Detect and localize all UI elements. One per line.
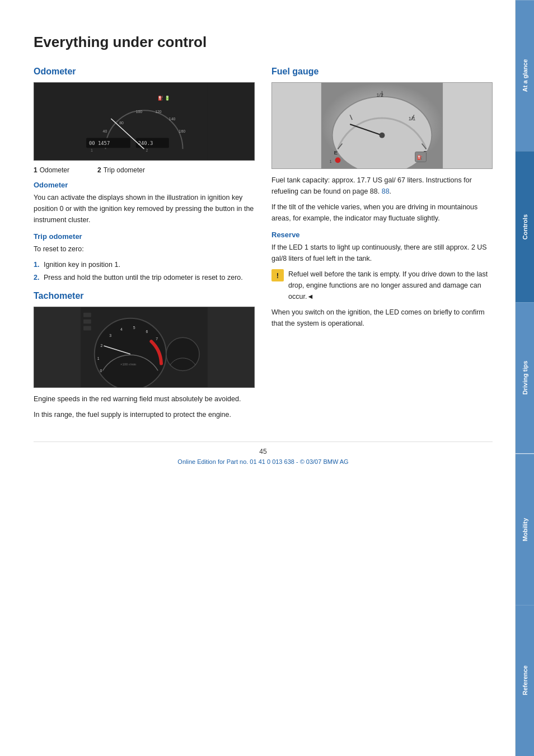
svg-text:2: 2 — [146, 148, 148, 152]
svg-text:1/1: 1/1 — [409, 116, 415, 121]
odometer-labels: 1 Odometer 2 Trip odometer — [34, 166, 255, 174]
warning-note: ! Refuel well before the tank is empty. … — [271, 269, 493, 302]
svg-text:00 1457: 00 1457 — [89, 140, 110, 146]
tab-at-a-glance[interactable]: At a glance — [516, 0, 534, 151]
svg-text:5: 5 — [133, 326, 135, 330]
odometer-image: 60 80 100 120 140 160 40 20 00 1457 — [34, 82, 255, 161]
svg-text:1: 1 — [91, 148, 93, 152]
tachometer-body2: In this range, the fuel supply is interr… — [34, 409, 255, 420]
svg-point-46 — [380, 133, 385, 138]
svg-text:160: 160 — [179, 129, 186, 133]
trip-odometer-intro: To reset to zero: — [34, 243, 255, 255]
svg-text:40: 40 — [103, 129, 107, 133]
odometer-section: Odometer 60 80 — [34, 67, 255, 283]
trip-odometer-steps: 1. Ignition key in position 1. 2. Press … — [34, 259, 255, 283]
label-2-text: Trip odometer — [104, 166, 145, 174]
fuel-gauge-image: E F 1/2 1/1 ⛽ — [271, 82, 493, 169]
odometer-sub-body: You can activate the displays shown in t… — [34, 192, 255, 226]
svg-text:4: 4 — [120, 327, 123, 331]
svg-text:E: E — [334, 149, 338, 156]
warning-text: Refuel well before the tank is empty. If… — [288, 269, 493, 302]
svg-rect-28 — [83, 313, 91, 317]
svg-rect-29 — [83, 320, 91, 324]
step-2: 2. Press and hold the button until the t… — [34, 272, 255, 283]
odometer-section-title: Odometer — [34, 67, 255, 77]
tachometer-image: 0 1 2 3 4 5 6 7 — [34, 307, 255, 388]
step-1: 1. Ignition key in position 1. — [34, 259, 255, 270]
fuel-body2: If the tilt of the vehicle varies, when … — [271, 201, 493, 224]
svg-text:1/2: 1/2 — [377, 92, 383, 98]
tab-mobility[interactable]: Mobility — [516, 454, 534, 605]
trip-odometer-title: Trip odometer — [34, 232, 255, 241]
svg-text:140: 140 — [169, 117, 176, 121]
svg-text:100: 100 — [136, 110, 143, 114]
svg-text:⛽ 🔋: ⛽ 🔋 — [158, 95, 170, 101]
label-1-num: 1 — [34, 166, 38, 174]
svg-text:3: 3 — [109, 334, 111, 337]
fuel-body1: Fuel tank capacity: approx. 17.7 US gal/… — [271, 175, 493, 197]
page-footer: 45 Online Edition for Part no. 01 41 0 0… — [34, 442, 493, 465]
svg-point-31 — [166, 337, 199, 370]
tachometer-section: Tachometer 0 1 2 3 — [34, 291, 255, 420]
svg-text:7: 7 — [156, 337, 158, 341]
fuel-gauge-section: Fuel gauge — [271, 67, 493, 329]
svg-text:×100 r/min: ×100 r/min — [120, 363, 136, 366]
svg-text:80: 80 — [119, 121, 124, 125]
page-title: Everything under control — [34, 34, 493, 51]
tab-reference[interactable]: Reference — [516, 605, 534, 756]
tab-driving-tips[interactable]: Driving tips — [516, 302, 534, 453]
svg-rect-30 — [83, 326, 91, 331]
label-2-num: 2 — [97, 166, 101, 174]
label-1-text: Odometer — [40, 166, 69, 174]
svg-text:120: 120 — [155, 110, 162, 114]
fuel-gauge-section-title: Fuel gauge — [271, 67, 493, 77]
svg-text:0: 0 — [100, 369, 102, 373]
svg-text:6: 6 — [146, 330, 148, 334]
reserve-title: Reserve — [271, 231, 493, 239]
reserve-body2: When you switch on the ignition, the LED… — [271, 307, 493, 329]
footer-text: Online Edition for Part no. 01 41 0 013 … — [34, 458, 493, 465]
svg-text:1: 1 — [330, 159, 332, 163]
tachometer-body1: Engine speeds in the red warning field m… — [34, 393, 255, 405]
svg-text:1: 1 — [97, 356, 100, 360]
page-number: 45 — [34, 448, 493, 456]
svg-text:2: 2 — [101, 344, 103, 348]
reserve-body: If the LED 1 starts to light up continuo… — [271, 242, 493, 264]
right-tabs: At a glance Controls Driving tips Mobili… — [515, 0, 534, 756]
svg-text:⛽: ⛽ — [417, 154, 423, 160]
fuel-page-link[interactable]: 88 — [382, 187, 390, 195]
tachometer-section-title: Tachometer — [34, 291, 255, 301]
odometer-sub-title: Odometer — [34, 181, 255, 189]
tab-controls[interactable]: Controls — [516, 151, 534, 302]
warning-icon: ! — [271, 269, 284, 281]
svg-point-49 — [335, 157, 341, 163]
svg-point-18 — [95, 318, 166, 387]
